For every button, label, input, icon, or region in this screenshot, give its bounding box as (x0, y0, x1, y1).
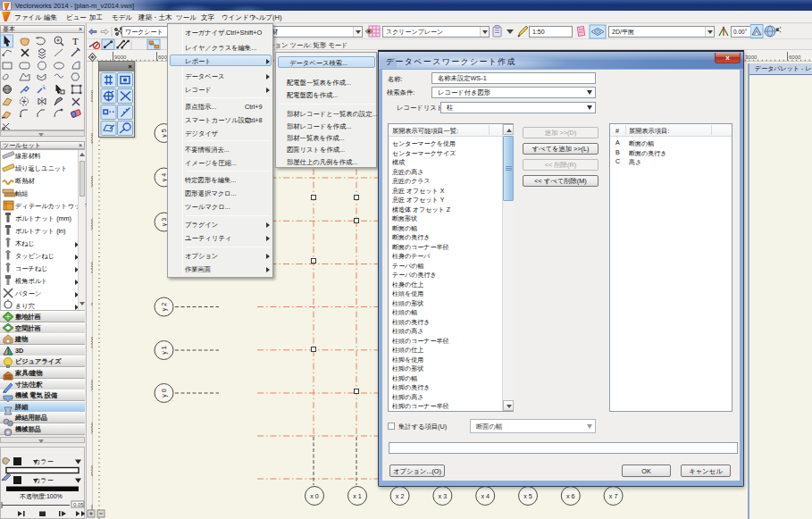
svg-text:6000: 6000 (789, 54, 801, 60)
svg-text:co: co (150, 42, 155, 46)
svg-text:x 6: x 6 (566, 492, 575, 500)
svg-text:不透明度:100%: 不透明度:100% (20, 493, 63, 500)
svg-text:y 2: y 2 (160, 303, 168, 312)
svg-text:y 1: y 1 (160, 346, 168, 355)
svg-text:3000: 3000 (745, 54, 758, 60)
svg-text:x 1: x 1 (353, 492, 362, 500)
svg-text:x 2: x 2 (396, 492, 405, 500)
svg-text:カラー: カラー (34, 457, 54, 465)
svg-text:x 7: x 7 (609, 492, 618, 500)
svg-text:カラー: カラー (34, 476, 54, 484)
svg-text:9000: 9000 (114, 54, 127, 60)
svg-text:x 5: x 5 (523, 492, 532, 500)
svg-text:x 0: x 0 (310, 492, 319, 500)
svg-text:0.05: 0.05 (73, 502, 84, 507)
svg-text:T: T (72, 36, 79, 46)
svg-text:y 0: y 0 (160, 389, 168, 398)
svg-text:x 4: x 4 (481, 492, 490, 500)
svg-text:x 3: x 3 (439, 492, 448, 500)
